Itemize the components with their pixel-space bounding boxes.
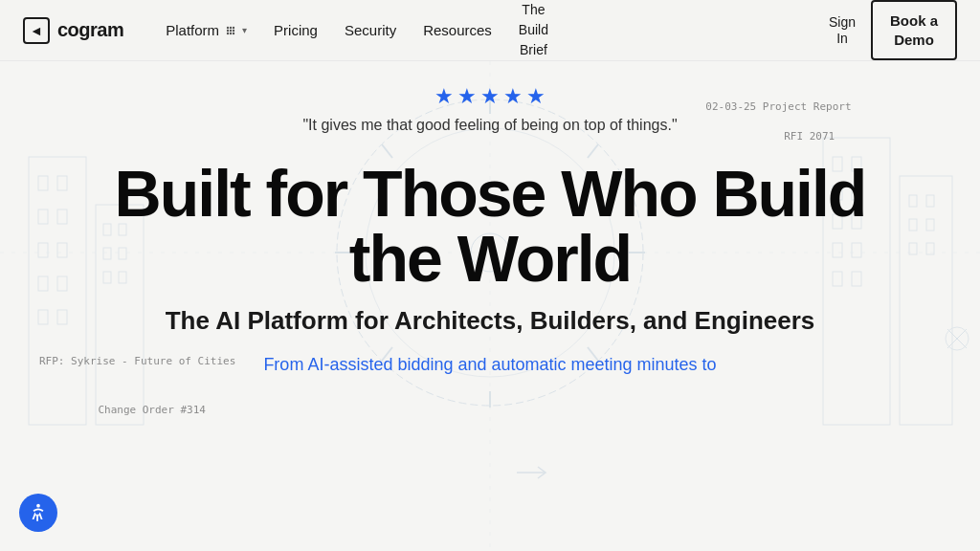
svg-rect-17	[57, 276, 67, 291]
nav-items: Platform ▾ Pricing Security Resources	[154, 0, 821, 64]
nav-platform[interactable]: Platform ▾	[154, 14, 258, 46]
hero-subtitle: The AI Platform for Architects, Builders…	[166, 306, 815, 336]
doc-label: RFP: Sykrise - Future of Cities	[39, 355, 235, 367]
book-demo-button[interactable]: Book a Demo	[871, 0, 957, 60]
hero-title: Built for Those Who Build the World	[115, 161, 866, 291]
svg-rect-12	[38, 209, 48, 224]
nav-build-brief[interactable]: The Build Brief	[507, 0, 560, 64]
logo-link[interactable]: ◄ cogram	[23, 17, 123, 44]
svg-line-52	[382, 144, 392, 158]
svg-point-6	[227, 32, 229, 33]
hero-section: 02-03-25 Project ReportRFI 2071RFP: Sykr…	[0, 61, 980, 551]
doc-label: Change Order #314	[98, 404, 206, 416]
svg-line-54	[588, 144, 598, 158]
testimonial-quote: "It gives me that good feeling of being …	[302, 117, 677, 134]
svg-rect-10	[38, 176, 48, 190]
svg-rect-18	[38, 310, 48, 324]
svg-rect-13	[57, 209, 67, 224]
logo-icon: ◄	[23, 17, 50, 44]
svg-rect-40	[926, 195, 934, 207]
svg-rect-14	[38, 243, 48, 257]
svg-point-4	[230, 29, 232, 31]
svg-point-7	[230, 32, 232, 33]
svg-rect-25	[103, 272, 111, 283]
nav-resources[interactable]: Resources	[412, 14, 503, 46]
svg-rect-21	[103, 224, 111, 235]
nav-right: Sign In Book a Demo	[829, 0, 957, 60]
star-4: ★	[503, 84, 523, 109]
nav-pricing[interactable]: Pricing	[262, 14, 329, 46]
svg-point-0	[227, 26, 229, 28]
star-1: ★	[434, 84, 454, 109]
svg-rect-16	[38, 276, 48, 291]
svg-rect-11	[57, 176, 67, 190]
svg-rect-39	[909, 195, 917, 207]
svg-point-3	[227, 29, 229, 31]
navbar: ◄ cogram Platform ▾ Pricing Security	[0, 0, 980, 61]
platform-chevron-icon: ▾	[242, 25, 247, 35]
svg-rect-44	[926, 243, 934, 254]
star-rating: ★ ★ ★ ★ ★	[434, 84, 546, 109]
svg-point-8	[233, 32, 234, 33]
sign-in-button[interactable]: Sign In	[829, 14, 856, 47]
svg-rect-19	[57, 310, 67, 324]
svg-rect-41	[909, 219, 917, 231]
svg-point-2	[233, 26, 234, 28]
star-3: ★	[480, 84, 500, 109]
hero-cta-text: From AI-assisted bidding and automatic m…	[263, 355, 716, 375]
svg-point-1	[230, 26, 232, 28]
star-5: ★	[526, 84, 546, 109]
svg-rect-23	[103, 248, 111, 259]
doc-label: RFI 2071	[784, 130, 835, 143]
platform-grid-icon	[225, 25, 236, 36]
svg-point-5	[233, 29, 234, 31]
accessibility-icon	[28, 502, 49, 523]
logo-text: cogram	[57, 19, 123, 41]
svg-rect-43	[909, 243, 917, 254]
svg-rect-42	[926, 219, 934, 231]
accessibility-button[interactable]	[19, 494, 57, 532]
star-2: ★	[457, 84, 477, 109]
svg-point-62	[36, 504, 40, 508]
svg-rect-38	[900, 176, 952, 425]
nav-security[interactable]: Security	[333, 14, 408, 46]
svg-rect-15	[57, 243, 67, 257]
doc-label: 02-03-25 Project Report	[705, 100, 851, 113]
